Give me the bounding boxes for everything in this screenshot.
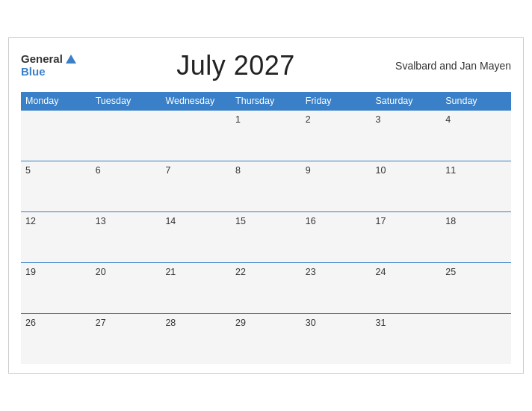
calendar-week-row: 567891011 bbox=[21, 161, 511, 211]
calendar-day-cell: 23 bbox=[301, 262, 371, 313]
calendar-day-cell: 22 bbox=[231, 262, 301, 313]
day-number: 12 bbox=[25, 216, 36, 226]
day-number: 22 bbox=[235, 267, 246, 277]
calendar-day-cell: 2 bbox=[301, 110, 371, 161]
calendar-day-cell: 18 bbox=[441, 211, 511, 262]
calendar-week-row: 12131415161718 bbox=[21, 211, 511, 262]
calendar-day-cell: 4 bbox=[441, 110, 511, 161]
calendar-day-cell: 5 bbox=[21, 161, 91, 211]
day-number: 24 bbox=[376, 267, 386, 277]
day-number: 21 bbox=[165, 267, 176, 277]
day-number: 9 bbox=[306, 165, 311, 176]
day-number: 30 bbox=[306, 318, 316, 328]
calendar-day-cell: 14 bbox=[161, 211, 231, 262]
calendar-day-cell: 21 bbox=[161, 262, 231, 313]
calendar-body: 1234567891011121314151617181920212223242… bbox=[21, 110, 511, 364]
calendar-week-row: 262728293031 bbox=[21, 313, 511, 364]
day-number: 26 bbox=[25, 318, 36, 328]
day-number: 15 bbox=[235, 216, 246, 226]
logo-triangle-icon bbox=[66, 55, 76, 64]
calendar-day-cell: 8 bbox=[231, 161, 301, 211]
calendar-day-cell: 10 bbox=[371, 161, 442, 211]
calendar-day-cell: 12 bbox=[21, 211, 91, 262]
calendar-header: General Blue July 2027 Svalbard and Jan … bbox=[21, 50, 511, 81]
day-number: 16 bbox=[306, 216, 316, 226]
calendar-day-cell: 15 bbox=[231, 211, 301, 262]
calendar-day-cell: 11 bbox=[441, 161, 511, 211]
calendar-day-cell bbox=[161, 110, 231, 161]
calendar-day-cell: 28 bbox=[161, 313, 231, 364]
calendar-region: Svalbard and Jan Mayen bbox=[395, 60, 511, 72]
day-number: 4 bbox=[445, 114, 451, 125]
day-number: 28 bbox=[165, 318, 176, 328]
calendar-day-cell: 3 bbox=[371, 110, 442, 161]
weekday-header-row: Monday Tuesday Wednesday Thursday Friday… bbox=[21, 92, 511, 111]
calendar-day-cell: 19 bbox=[21, 262, 91, 313]
day-number: 11 bbox=[445, 165, 456, 176]
day-number: 14 bbox=[165, 216, 176, 226]
calendar-day-cell: 27 bbox=[91, 313, 161, 364]
calendar-title: July 2027 bbox=[176, 50, 295, 81]
day-number: 3 bbox=[376, 114, 381, 125]
day-number: 18 bbox=[445, 216, 456, 226]
calendar-day-cell: 17 bbox=[371, 211, 442, 262]
day-number: 19 bbox=[25, 267, 36, 277]
day-number: 1 bbox=[235, 114, 241, 125]
day-number: 2 bbox=[306, 114, 311, 125]
calendar-grid: Monday Tuesday Wednesday Thursday Friday… bbox=[21, 92, 511, 365]
day-number: 31 bbox=[376, 318, 386, 328]
weekday-wednesday: Wednesday bbox=[161, 92, 231, 111]
calendar-day-cell bbox=[91, 110, 161, 161]
logo: General Blue bbox=[21, 53, 76, 78]
day-number: 6 bbox=[96, 165, 101, 176]
day-number: 25 bbox=[445, 267, 456, 277]
calendar-week-row: 1234 bbox=[21, 110, 511, 161]
calendar-day-cell: 30 bbox=[301, 313, 371, 364]
weekday-friday: Friday bbox=[301, 92, 371, 111]
calendar-day-cell: 1 bbox=[231, 110, 301, 161]
logo-blue-text: Blue bbox=[21, 66, 76, 78]
day-number: 10 bbox=[376, 165, 386, 176]
day-number: 13 bbox=[96, 216, 106, 226]
day-number: 27 bbox=[96, 318, 106, 328]
calendar-day-cell: 16 bbox=[301, 211, 371, 262]
calendar-day-cell: 13 bbox=[91, 211, 161, 262]
day-number: 20 bbox=[96, 267, 106, 277]
weekday-sunday: Sunday bbox=[441, 92, 511, 111]
calendar-day-cell bbox=[441, 313, 511, 364]
weekday-monday: Monday bbox=[21, 92, 91, 111]
calendar-day-cell: 7 bbox=[161, 161, 231, 211]
calendar-day-cell: 26 bbox=[21, 313, 91, 364]
day-number: 5 bbox=[25, 165, 31, 176]
calendar-day-cell: 24 bbox=[371, 262, 442, 313]
calendar-day-cell: 20 bbox=[91, 262, 161, 313]
day-number: 7 bbox=[165, 165, 170, 176]
day-number: 29 bbox=[235, 318, 246, 328]
calendar-day-cell: 9 bbox=[301, 161, 371, 211]
day-number: 17 bbox=[376, 216, 386, 226]
calendar-week-row: 19202122232425 bbox=[21, 262, 511, 313]
day-number: 8 bbox=[235, 165, 241, 176]
day-number: 23 bbox=[306, 267, 316, 277]
calendar-day-cell: 31 bbox=[371, 313, 442, 364]
calendar-day-cell: 25 bbox=[441, 262, 511, 313]
calendar-day-cell bbox=[21, 110, 91, 161]
weekday-tuesday: Tuesday bbox=[91, 92, 161, 111]
calendar-day-cell: 6 bbox=[91, 161, 161, 211]
weekday-thursday: Thursday bbox=[231, 92, 301, 111]
calendar-container: General Blue July 2027 Svalbard and Jan … bbox=[8, 37, 524, 374]
calendar-day-cell: 29 bbox=[231, 313, 301, 364]
weekday-saturday: Saturday bbox=[371, 92, 442, 111]
logo-general-text: General bbox=[21, 53, 63, 66]
